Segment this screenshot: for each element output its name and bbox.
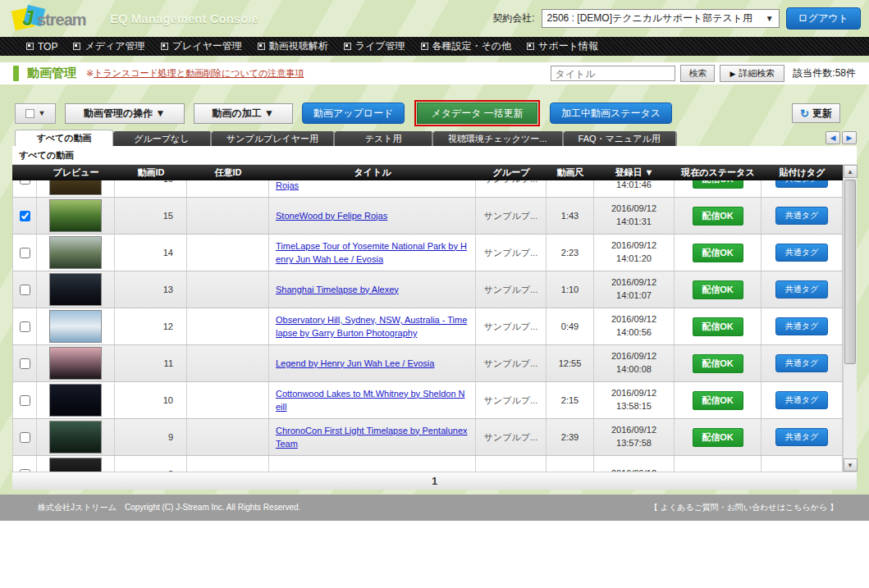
- group-tab[interactable]: FAQ・マニュアル用: [564, 131, 677, 146]
- header-registered-date-sorted[interactable]: 登録日 ▼: [594, 166, 675, 179]
- jstream-logo[interactable]: J stream: [11, 4, 97, 34]
- group-name: サンプルプ...: [484, 247, 537, 259]
- header-title[interactable]: タイトル: [269, 166, 476, 179]
- status-badge: 配信OK: [693, 317, 743, 336]
- header-preview: プレビュー: [37, 166, 115, 179]
- video-title-link[interactable]: TimeLapse Tour of Yosemite National Park…: [276, 239, 469, 267]
- registered-time: 14:00:56: [616, 326, 652, 340]
- detail-search-button[interactable]: ▶ 詳細検索: [720, 65, 784, 82]
- video-title-link[interactable]: Shanghai Timelapse by Alexey: [276, 283, 399, 297]
- pagination: 1: [12, 472, 857, 490]
- video-title-link[interactable]: Observatory Hill, Sydney, NSW, Australia…: [276, 313, 469, 340]
- video-thumbnail[interactable]: [49, 273, 102, 306]
- section-label: すべての動画: [12, 146, 857, 165]
- nav-item-各種設定・その他[interactable]: 各種設定・その他: [421, 39, 512, 53]
- page-number-current[interactable]: 1: [432, 476, 437, 487]
- window-icon: [421, 43, 428, 50]
- tag-button[interactable]: 共通タグ: [775, 280, 828, 299]
- video-thumbnail[interactable]: [49, 236, 102, 269]
- group-tab[interactable]: テスト用: [335, 131, 433, 146]
- search-input[interactable]: [551, 66, 675, 81]
- row-checkbox[interactable]: [20, 395, 30, 406]
- tabs-scroll-left-button[interactable]: ◀: [826, 131, 840, 144]
- video-id: 15: [163, 211, 173, 221]
- tag-button[interactable]: 共通タグ: [775, 354, 828, 372]
- metadata-bulk-update-button[interactable]: メタデータ 一括更新: [417, 103, 537, 124]
- logo-j-letter: J: [22, 7, 34, 30]
- contract-company-select[interactable]: 2506 : [DEMO]テクニカルサポート部テスト用 ▼: [542, 9, 780, 28]
- scrollbar-thumb[interactable]: [844, 180, 856, 364]
- video-upload-button[interactable]: 動画アップロード: [302, 103, 405, 124]
- scroll-down-icon[interactable]: ▼: [844, 458, 858, 472]
- table-row: 9 ChronoCon First Light Timelapse by Pen…: [12, 419, 843, 456]
- table-scrollbar[interactable]: ▲ ▼: [843, 165, 857, 472]
- video-thumbnail[interactable]: [49, 421, 102, 454]
- group-tab[interactable]: 視聴環境チェックツー...: [433, 131, 563, 146]
- video-manage-ops-button[interactable]: 動画管理の操作 ▼: [65, 103, 185, 124]
- group-tab[interactable]: グループなし: [113, 131, 212, 146]
- notice-asterisk: ※: [86, 68, 94, 78]
- status-badge: 配信OK: [693, 280, 743, 299]
- header-duration[interactable]: 動画尺: [547, 166, 594, 179]
- tag-button[interactable]: 共通タグ: [775, 180, 828, 188]
- video-thumbnail[interactable]: [49, 458, 102, 472]
- video-title-link[interactable]: ChronoCon First Light Timelapse by Penta…: [276, 424, 469, 451]
- logout-button[interactable]: ログアウト: [786, 7, 861, 30]
- select-all-dropdown[interactable]: ▼: [15, 103, 56, 124]
- video-duration: 2:23: [561, 248, 579, 258]
- group-tab[interactable]: サンプルプレイヤー用: [212, 131, 335, 146]
- contact-link[interactable]: 【 よくあるご質問・お問い合わせはこちらから 】: [650, 502, 838, 513]
- row-checkbox[interactable]: [20, 358, 30, 369]
- video-title-link[interactable]: Cottonwood Lakes to Mt.Whitney by Sheldo…: [276, 387, 469, 414]
- refresh-button[interactable]: ↻ 更新: [792, 103, 840, 123]
- row-checkbox[interactable]: [20, 248, 30, 258]
- row-checkbox[interactable]: [20, 321, 30, 332]
- header-video-id[interactable]: 動画ID: [115, 166, 187, 179]
- table-body: 16 Les Voyages de la saison - Automne by…: [12, 180, 843, 472]
- processing-status-button[interactable]: 加工中動画ステータス: [550, 103, 672, 124]
- header-custom-id[interactable]: 任意ID: [187, 166, 269, 179]
- registered-date: 2016/09/12: [611, 387, 656, 400]
- tag-button[interactable]: 共通タグ: [775, 207, 828, 225]
- tag-button[interactable]: 共通タグ: [775, 428, 828, 446]
- video-thumbnail[interactable]: [49, 310, 102, 343]
- nav-item-TOP[interactable]: TOP: [26, 41, 57, 52]
- status-badge: 配信OK: [693, 180, 743, 189]
- nav-item-プレイヤー管理[interactable]: プレイヤー管理: [161, 39, 242, 53]
- nav-item-サポート情報[interactable]: サポート情報: [527, 39, 598, 53]
- notice-link[interactable]: トランスコード処理と動画削除についての注意事項: [94, 68, 304, 78]
- search-button[interactable]: 検索: [680, 65, 715, 82]
- window-icon: [527, 43, 534, 50]
- footer: 株式会社Jストリーム Copyright (C) J-Stream Inc. A…: [0, 495, 869, 521]
- video-title-link[interactable]: StoneWood by Felipe Rojas: [276, 209, 387, 223]
- row-checkbox[interactable]: [20, 285, 30, 295]
- tag-button[interactable]: 共通タグ: [775, 244, 828, 262]
- registered-time: 13:57:58: [616, 437, 652, 450]
- video-thumbnail[interactable]: [49, 347, 102, 380]
- video-id: 8: [168, 469, 173, 472]
- row-checkbox[interactable]: [20, 432, 30, 443]
- video-thumbnail[interactable]: [49, 180, 102, 195]
- tag-button[interactable]: 共通タグ: [775, 391, 828, 409]
- nav-item-ライブ管理[interactable]: ライブ管理: [344, 39, 405, 53]
- tag-button[interactable]: 共通タグ: [775, 317, 828, 335]
- nav-item-動画視聴解析[interactable]: 動画視聴解析: [258, 39, 328, 53]
- group-tab[interactable]: すべての動画: [15, 130, 113, 146]
- video-thumbnail[interactable]: [49, 199, 102, 232]
- tabs-row: すべての動画 グループなし サンプルプレイヤー用 テスト用 視聴環境チェックツー…: [0, 130, 869, 146]
- video-edit-ops-button[interactable]: 動画の加工 ▼: [194, 103, 294, 124]
- title-bar: 動画管理 ※トランスコード処理と動画削除についての注意事項 検索 ▶ 詳細検索 …: [0, 62, 869, 84]
- registered-date: 2016/09/12: [611, 424, 656, 437]
- tabs-scroll-right-button[interactable]: ▶: [842, 131, 857, 144]
- scroll-up-icon[interactable]: ▲: [844, 165, 858, 178]
- row-checkbox[interactable]: [20, 180, 30, 185]
- video-id: 9: [168, 432, 173, 442]
- row-checkbox[interactable]: [20, 211, 30, 221]
- row-checkbox[interactable]: [20, 469, 30, 472]
- video-thumbnail[interactable]: [49, 384, 102, 417]
- header-group[interactable]: グループ: [476, 166, 547, 179]
- nav-item-メディア管理[interactable]: メディア管理: [73, 39, 144, 53]
- video-title-link[interactable]: Les Voyages de la saison - Automne by Fe…: [276, 180, 469, 193]
- video-duration: 12:55: [559, 358, 582, 368]
- video-title-link[interactable]: Legend by Henry Jun Wah Lee / Evosia: [276, 357, 434, 371]
